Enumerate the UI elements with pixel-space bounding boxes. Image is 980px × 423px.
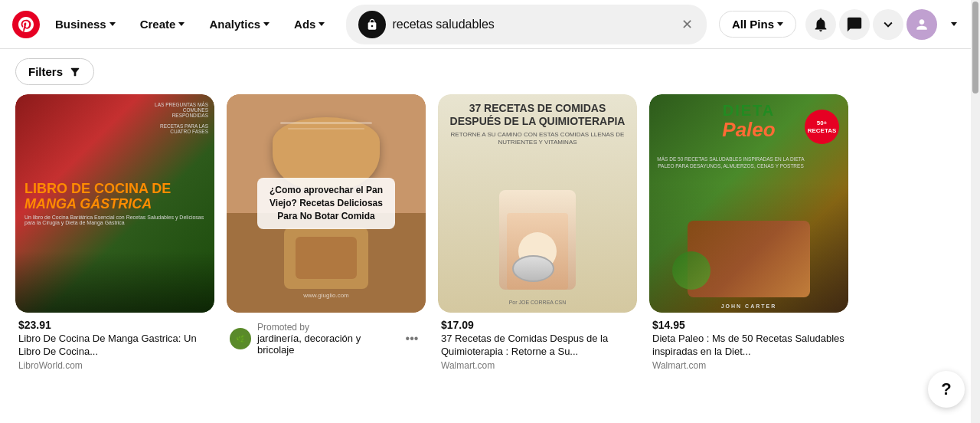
help-label: ? [941,379,951,399]
pin-info-3: $17.09 37 Recetas de Comidas Despus de l… [438,313,637,374]
ads-chevron-icon [318,22,325,26]
bread-image [273,117,380,190]
nav-create-label: Create [140,18,176,31]
promoted-info: Promoted by jardinería, decoración y bri… [257,322,395,356]
promoter-name: jardinería, decoración y bricolaje [257,333,395,356]
pin-more-button[interactable]: ••• [401,328,423,349]
search-lock-icon [358,11,386,38]
filters-button[interactable]: Filters [15,58,94,85]
cover-4-food [649,182,848,313]
search-clear-button[interactable]: ✕ [680,16,694,33]
cover-4-author: JOHN CARTER [649,303,848,309]
cover-3-title-block: 37 RECETAS DE COMIDAS DESPUÉS DE LA QUIM… [438,102,637,146]
pin-image-3: 37 RECETAS DE COMIDAS DESPUÉS DE LA QUIM… [438,94,637,313]
filters-label: Filters [28,65,63,78]
scrollbar-thumb[interactable] [972,2,978,93]
pin-source-3: Walmart.com [441,360,634,371]
search-bar: ✕ [346,5,707,44]
cover-1-side: LAS PREGUNTAS MÁS COMUNES RESPONDIDASREC… [147,102,208,134]
more-options-button[interactable] [940,11,968,38]
pin-title-4: Dieta Paleo : Ms de 50 Recetas Saludable… [652,333,845,359]
pin-cover-manga-gastrica: LIBRO DE COCINA DEManga Gástrica Un libr… [15,94,214,313]
nav-ads[interactable]: Ads [285,11,334,37]
cover-4-desc: MÁS DE 50 RECETAS SALUDABLES INSPIRADAS … [655,156,806,169]
updates-button[interactable] [873,9,903,40]
pin-price-4: $14.95 [652,319,845,331]
cover-2-bottom-bread [284,228,368,289]
pin-price-3: $17.09 [441,319,634,331]
cover-3-bowl [512,255,554,282]
all-pins-dropdown[interactable]: All Pins [719,11,796,38]
cover-3-author: Por JOE CORREA CSN [438,300,637,305]
scrollbar[interactable] [971,0,980,423]
filters-icon [69,66,81,78]
notification-button[interactable] [805,9,836,40]
toolbar: Filters [0,49,980,94]
pin-info-1: $23.91 Libro De Cocina De Manga Gastrica… [15,313,214,374]
nav-analytics-label: Analytics [209,18,260,31]
pin-title-3: 37 Recetas de Comidas Despus de la Quimi… [441,333,634,359]
nav-analytics[interactable]: Analytics [200,11,279,37]
pin-card-2[interactable]: www.giuglio.com ¿Como aprovechar el Pan … [227,94,426,374]
cover-2-bottom: www.giuglio.com [227,213,426,313]
promoted-by-label: Promoted by [257,322,395,333]
more-chevron-icon [951,22,957,26]
nav-business-label: Business [55,18,106,31]
pin-info-2: 🌿 Promoted by jardinería, decoración y b… [227,313,426,359]
nav-business[interactable]: Business [46,11,125,37]
pin-source-1: LibroWorld.com [18,360,211,371]
header-icons [805,9,968,40]
pin-card-1[interactable]: LIBRO DE COCINA DEManga Gástrica Un libr… [15,94,214,374]
cover-4-badge: 50+ RECETAS [805,110,839,144]
all-pins-chevron-icon [777,22,783,26]
pin-title-1: Libro De Cocina De Manga Gastrica: Un Li… [18,333,211,359]
pin-price-1: $23.91 [18,319,211,331]
messages-button[interactable] [839,9,870,40]
pins-grid: LIBRO DE COCINA DEManga Gástrica Un libr… [0,94,980,374]
all-pins-label: All Pins [732,18,774,31]
pinterest-logo[interactable] [12,11,40,38]
pin-image-1: LIBRO DE COCINA DEManga Gástrica Un libr… [15,94,214,313]
pin-info-4: $14.95 Dieta Paleo : Ms de 50 Recetas Sa… [649,313,848,374]
cover-4-salad [672,251,710,290]
cover-2-top [227,94,426,213]
nav-create[interactable]: Create [131,11,194,37]
help-button[interactable]: ? [928,371,965,408]
cover-2-url: www.giuglio.com [303,292,349,299]
user-avatar[interactable] [906,9,937,40]
pin-cover-pan-viejo: www.giuglio.com ¿Como aprovechar el Pan … [227,94,426,313]
cover-1-desc: Un libro de Cocina Bariátrica Esencial c… [24,215,205,225]
search-input[interactable] [392,18,674,31]
cover-3-title: 37 RECETAS DE COMIDAS DESPUÉS DE LA QUIM… [447,102,628,128]
analytics-chevron-icon [263,22,270,26]
cover-3-subtitle: RETORNE A SU CAMINO CON ESTAS COMIDAS LL… [447,131,628,147]
create-chevron-icon [178,22,185,26]
header: Business Create Analytics Ads ✕ All Pins [0,0,980,49]
pin-source-4: Walmart.com [652,360,845,371]
promoter-avatar: 🌿 [230,328,251,349]
business-chevron-icon [109,22,116,26]
pin-promoted-2: 🌿 Promoted by jardinería, decoración y b… [230,322,423,356]
pin-card-4[interactable]: DIETA Paleo 50+ RECETAS MÁS DE 50 RECETA… [649,94,848,374]
pin-cover-quimioterapia: 37 RECETAS DE COMIDAS DESPUÉS DE LA QUIM… [438,94,637,313]
nav-ads-label: Ads [294,18,315,31]
pin-image-4: DIETA Paleo 50+ RECETAS MÁS DE 50 RECETA… [649,94,848,313]
pin-cover-dieta-paleo: DIETA Paleo 50+ RECETAS MÁS DE 50 RECETA… [649,94,848,313]
cover-1-title: LIBRO DE COCINA DEManga Gástrica [24,182,171,212]
pin-card-3[interactable]: 37 RECETAS DE COMIDAS DESPUÉS DE LA QUIM… [438,94,637,374]
pin-image-2: www.giuglio.com ¿Como aprovechar el Pan … [227,94,426,313]
